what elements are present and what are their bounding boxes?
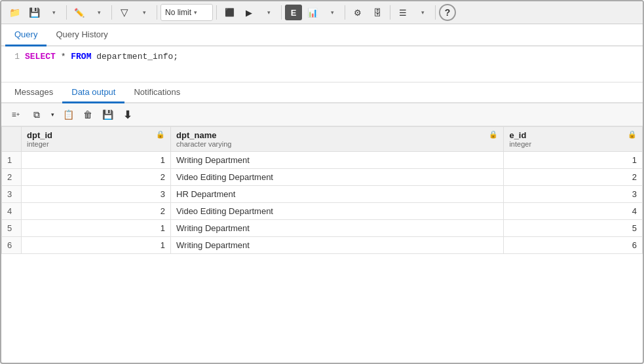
copy-btn[interactable]: ⧉ [28,106,46,123]
delete-btn[interactable]: 🗑 [79,106,97,123]
pencil-btn[interactable]: ✏️ [70,4,88,21]
tab-data-output[interactable]: Data output [62,82,124,103]
keyword-select: SELECT [25,52,56,62]
col-header-e_id: e_id integer 🔒 [504,127,643,152]
col-type-e_id: integer [509,140,531,148]
separator-8 [435,5,436,20]
tab-query-history[interactable]: Query History [47,24,117,46]
result-toolbar: ≡+ ⧉ ▾ 📋 🗑 💾 ⬇ [1,103,643,126]
col-header-dpt_id: dpt_id integer 🔒 [22,127,171,152]
cell-dpt_name-5: Writing Department [171,237,504,254]
cell-dpt_id-3: 2 [22,203,171,220]
pencil-dropdown-btn[interactable]: ▾ [90,4,108,21]
run-btn[interactable]: ▶ [240,4,258,21]
separator-3 [157,5,157,20]
save-data-btn[interactable]: 💾 [98,106,117,123]
explain-btn[interactable]: E [285,5,302,20]
db-btn[interactable]: 🗄 [368,4,387,21]
download-btn[interactable]: ⬇ [118,106,136,123]
lock-icon-dpt_id: 🔒 [156,130,165,139]
col-type-dpt_name: character varying [176,140,231,148]
separator-6 [345,5,345,20]
cell-dpt_id-2: 3 [22,186,171,203]
col-type-dpt_id: integer [27,140,52,148]
stop-btn[interactable]: ⬛ [220,4,238,21]
filter-dropdown-btn[interactable]: ▾ [135,4,153,21]
cell-e_id-3: 4 [504,203,643,220]
cell-dpt_name-1: Video Editing Department [171,169,504,186]
data-table-wrapper: dpt_id integer 🔒 dpt_name character vary… [1,126,643,363]
save-dropdown-btn[interactable]: ▾ [45,4,63,21]
main-toolbar: 📁 💾 ▾ ✏️ ▾ ▽ ▾ No limit ▾ ⬛ ▶ ▾ E 📊 ▾ ⚙ … [1,1,643,24]
cell-e_id-0: 1 [504,152,643,169]
tab-notifications[interactable]: Notifications [124,82,189,103]
filter-btn[interactable]: ▽ [115,4,134,21]
table-header-row: dpt_id integer 🔒 dpt_name character vary… [2,127,643,152]
table-row: 61Writing Department6 [2,237,643,254]
cell-dpt_name-3: Video Editing Department [171,203,504,220]
main-window: 📁 💾 ▾ ✏️ ▾ ▽ ▾ No limit ▾ ⬛ ▶ ▾ E 📊 ▾ ⚙ … [0,0,644,364]
chart-btn[interactable]: 📊 [303,4,322,21]
cell-rownum-4: 5 [2,220,22,237]
col-name-e_id: e_id [509,130,531,140]
cell-rownum-3: 4 [2,203,22,220]
editor-area: 1 SELECT * FROM department_info; [1,46,643,82]
col-name-dpt_name: dpt_name [176,130,231,140]
separator-7 [390,5,390,20]
table-row: 11Writing Department1 [2,152,643,169]
cell-rownum-0: 1 [2,152,22,169]
cell-dpt_id-4: 1 [22,220,171,237]
result-tabs: Messages Data output Notifications [1,82,643,103]
cell-dpt_id-0: 1 [22,152,171,169]
cell-rownum-5: 6 [2,237,22,254]
cell-rownum-2: 3 [2,186,22,203]
limit-chevron-icon: ▾ [194,9,197,16]
scratch1-btn[interactable]: ⚙ [349,4,367,21]
cell-dpt_id-1: 2 [22,169,171,186]
cell-dpt_name-0: Writing Department [171,152,504,169]
copy-dropdown-btn[interactable]: ▾ [47,106,58,123]
save-btn[interactable]: 💾 [25,4,43,21]
cell-e_id-4: 5 [504,220,643,237]
limit-value: No limit [165,8,191,17]
cell-e_id-2: 3 [504,186,643,203]
run-dropdown-btn[interactable]: ▾ [259,4,278,21]
data-table: dpt_id integer 🔒 dpt_name character vary… [1,126,643,254]
code-table: department_info; [96,52,178,62]
col-header-rownum [2,127,22,152]
paste-btn[interactable]: 📋 [59,106,77,123]
cell-dpt_name-4: Writing Department [171,220,504,237]
col-name-dpt_id: dpt_id [27,130,52,140]
tab-query[interactable]: Query [5,24,47,46]
col-header-dpt_name: dpt_name character varying 🔒 [171,127,504,152]
cell-dpt_id-5: 1 [22,237,171,254]
line-numbers: 1 [1,50,25,78]
limit-dropdown[interactable]: No limit ▾ [161,4,213,21]
table-row: 51Writing Department5 [2,220,643,237]
lock-icon-dpt_name: 🔒 [489,130,498,139]
list-btn[interactable]: ☰ [394,4,412,21]
list-dropdown-btn[interactable]: ▾ [413,4,432,21]
table-row: 42Video Editing Department4 [2,203,643,220]
code-star: * [61,52,71,62]
cell-dpt_name-2: HR Department [171,186,504,203]
lock-icon-e_id: 🔒 [628,130,637,139]
separator-4 [216,5,217,20]
table-row: 22Video Editing Department2 [2,169,643,186]
cell-e_id-5: 6 [504,237,643,254]
separator-5 [281,5,282,20]
query-tabs: Query Query History [1,24,643,46]
open-file-btn[interactable]: 📁 [5,4,24,21]
help-btn[interactable]: ? [439,4,456,21]
chart-dropdown-btn[interactable]: ▾ [323,4,341,21]
separator-1 [66,5,67,20]
add-row-btn[interactable]: ≡+ [5,106,26,123]
cell-e_id-1: 2 [504,169,643,186]
table-row: 33HR Department3 [2,186,643,203]
keyword-from: FROM [71,52,91,62]
tab-messages[interactable]: Messages [5,82,62,103]
cell-rownum-1: 2 [2,169,22,186]
separator-2 [111,5,112,20]
code-editor[interactable]: SELECT * FROM department_info; [25,50,643,78]
table-body: 11Writing Department122Video Editing Dep… [2,152,643,254]
